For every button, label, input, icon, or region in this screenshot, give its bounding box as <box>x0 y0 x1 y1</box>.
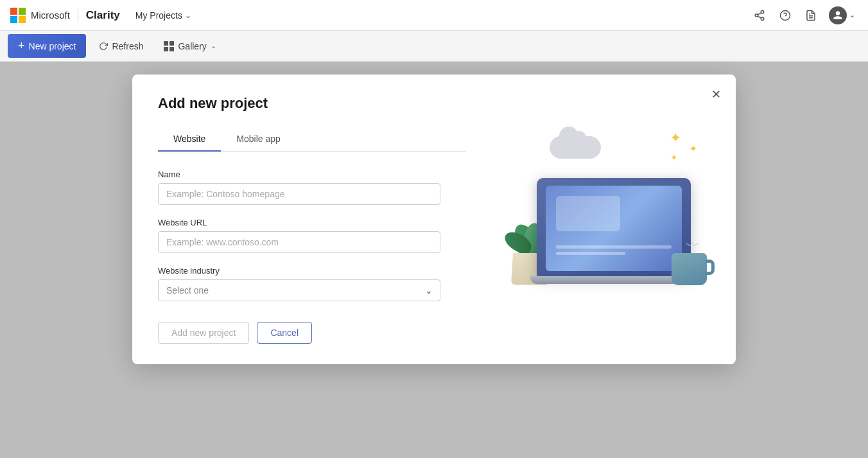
modal-form-section: Add new project Website Mobile app Name … <box>132 75 492 364</box>
document-icon[interactable] <box>801 5 821 26</box>
svg-point-1 <box>755 13 758 17</box>
name-label: Name <box>158 170 466 179</box>
gallery-chevron-icon: ⌄ <box>211 42 216 50</box>
star-icon-2: ✦ <box>689 143 697 155</box>
mug-handle <box>706 260 715 275</box>
gallery-label: Gallery <box>178 41 206 51</box>
svg-point-2 <box>761 17 764 21</box>
new-project-label: New project <box>29 41 76 51</box>
screen-line-2 <box>556 252 625 255</box>
modal-illustration: ✦ ✦ ✦ <box>492 75 736 364</box>
avatar <box>829 6 847 24</box>
steam-icon: 〰 <box>686 238 699 253</box>
screen-card <box>556 196 620 231</box>
modal-actions: Add new project Cancel <box>158 322 466 344</box>
cloud-shape <box>550 136 601 159</box>
logo-green <box>19 8 26 15</box>
projects-chevron-icon: ⌄ <box>185 11 191 20</box>
logo-red <box>10 8 17 15</box>
refresh-label: Refresh <box>112 41 143 51</box>
nav-divider <box>78 9 78 22</box>
url-label: Website URL <box>158 218 466 227</box>
name-form-group: Name <box>158 170 466 205</box>
add-new-project-button[interactable]: Add new project <box>158 322 249 344</box>
main-toolbar: + New project Refresh Gallery ⌄ <box>0 31 868 62</box>
refresh-button[interactable]: Refresh <box>91 37 151 55</box>
laptop-screen <box>537 178 691 277</box>
star-icon-3: ✦ <box>670 152 678 163</box>
url-input[interactable] <box>158 231 440 253</box>
svg-line-3 <box>758 16 761 18</box>
gallery-icon <box>164 41 174 51</box>
cancel-button[interactable]: Cancel <box>257 322 312 344</box>
nav-right-actions: ⌄ <box>749 4 858 27</box>
my-projects-label: My Projects <box>135 10 182 21</box>
gallery-button[interactable]: Gallery ⌄ <box>156 37 223 55</box>
cloud-illustration <box>550 136 601 159</box>
industry-label: Website industry <box>158 266 466 276</box>
user-avatar-button[interactable]: ⌄ <box>826 4 858 27</box>
screen-lines <box>556 245 672 258</box>
refresh-icon <box>99 42 108 51</box>
modal-overlay: ✕ Add new project Website Mobile app Nam… <box>0 62 868 458</box>
microsoft-label: Microsoft <box>31 10 70 21</box>
modal-title: Add new project <box>158 95 466 112</box>
logo-yellow <box>19 16 26 23</box>
laptop-screen-inner <box>546 186 682 271</box>
illustration-container: ✦ ✦ ✦ <box>511 117 716 322</box>
top-navigation: Microsoft Clarity My Projects ⌄ ⌄ <box>0 0 868 31</box>
svg-point-0 <box>761 10 764 13</box>
star-icon-1: ✦ <box>670 130 681 146</box>
screen-line-1 <box>556 245 672 249</box>
share-icon[interactable] <box>749 5 770 26</box>
industry-select-wrapper: Select one ⌄ <box>158 279 440 301</box>
logo-blue <box>10 16 17 23</box>
avatar-chevron-icon: ⌄ <box>849 11 855 19</box>
svg-line-4 <box>758 12 761 14</box>
tab-mobile-app[interactable]: Mobile app <box>221 127 296 152</box>
clarity-label: Clarity <box>86 9 120 22</box>
add-project-modal: ✕ Add new project Website Mobile app Nam… <box>132 75 736 364</box>
help-icon[interactable] <box>775 5 795 26</box>
microsoft-logo <box>10 8 26 23</box>
modal-close-button[interactable]: ✕ <box>706 85 725 104</box>
coffee-mug <box>672 253 707 285</box>
modal-content: Add new project Website Mobile app Name … <box>132 75 736 364</box>
industry-form-group: Website industry Select one ⌄ <box>158 266 466 301</box>
industry-select[interactable]: Select one <box>158 279 440 301</box>
my-projects-dropdown[interactable]: My Projects ⌄ <box>135 10 191 21</box>
modal-tabs: Website Mobile app <box>158 127 466 152</box>
name-input[interactable] <box>158 183 440 205</box>
plus-icon: + <box>18 39 25 53</box>
tab-website[interactable]: Website <box>158 127 221 152</box>
new-project-button[interactable]: + New project <box>8 34 86 58</box>
url-form-group: Website URL <box>158 218 466 253</box>
